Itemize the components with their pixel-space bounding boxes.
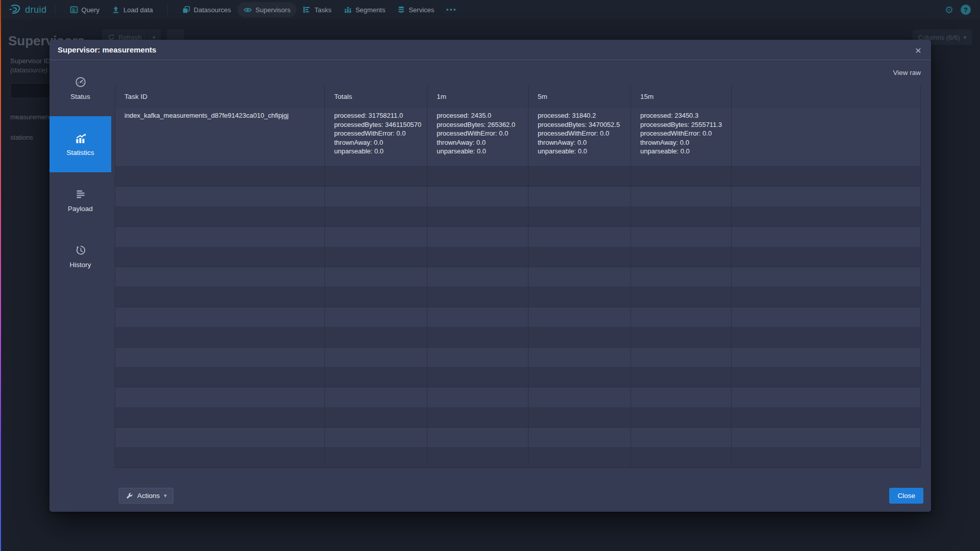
tab-label: Status — [70, 93, 90, 100]
table-row-empty — [115, 448, 921, 467]
supervisor-dialog: Supervisor: measurements × Status Statis… — [49, 40, 931, 512]
column-header: Task ID — [115, 85, 325, 108]
table-row-empty — [115, 247, 921, 267]
caret-down-icon: ▾ — [164, 492, 167, 499]
table-row-empty — [115, 287, 921, 307]
table-row-empty — [115, 207, 921, 227]
stats-15m-cell: processed: 23450.3 processedBytes: 25557… — [631, 108, 732, 166]
table-row-empty — [115, 387, 921, 407]
actions-button[interactable]: Actions ▾ — [119, 488, 173, 504]
tab-status[interactable]: Status — [49, 60, 111, 116]
column-header: Totals — [325, 85, 428, 108]
dialog-header: Supervisor: measurements × — [49, 40, 931, 60]
table-row-empty — [115, 348, 921, 368]
close-button[interactable]: Close — [889, 488, 923, 504]
table-row: index_kafka_measurements_d87fe91423ca010… — [115, 108, 921, 167]
dialog-footer: Actions ▾ Close — [111, 488, 931, 512]
table-row-empty — [115, 167, 921, 187]
actions-label: Actions — [137, 492, 160, 500]
wrench-icon — [125, 492, 133, 500]
table-row-empty — [115, 428, 921, 448]
history-clock-icon — [75, 245, 86, 256]
column-header: 15m — [631, 85, 732, 108]
tab-statistics[interactable]: Statistics — [49, 116, 111, 172]
stats-5m-cell: processed: 31840.2 processedBytes: 34700… — [529, 108, 631, 166]
tab-history[interactable]: History — [49, 228, 111, 284]
dialog-title: Supervisor: measurements — [58, 45, 156, 54]
window-edge-accent — [0, 0, 1, 551]
table-row-empty — [115, 307, 921, 327]
empty-cell — [732, 108, 921, 166]
table-row-empty — [115, 227, 921, 247]
column-header — [732, 85, 921, 108]
column-header: 1m — [428, 85, 529, 108]
table-empty-rows — [115, 167, 921, 468]
table-row-empty — [115, 187, 921, 206]
align-left-icon — [75, 189, 86, 200]
totals-cell: processed: 31758211.0 processedBytes: 34… — [325, 108, 428, 166]
table-row-empty — [115, 408, 921, 428]
dialog-tab-list: Status Statistics Payload — [49, 60, 111, 512]
table-header-row: Task ID Totals 1m 5m 15m — [115, 85, 921, 108]
table-row-empty — [115, 368, 921, 387]
chart-stats-icon — [75, 133, 86, 144]
close-icon[interactable]: × — [911, 42, 926, 58]
tab-label: History — [69, 261, 91, 269]
table-row-empty — [115, 267, 921, 287]
task-id-cell: index_kafka_measurements_d87fe91423ca010… — [115, 108, 325, 166]
stats-1m-cell: processed: 2435.0 processedBytes: 265362… — [428, 108, 529, 166]
dashboard-gauge-icon — [75, 76, 86, 88]
column-header: 5m — [529, 85, 631, 108]
tab-label: Statistics — [66, 149, 94, 156]
statistics-table: Task ID Totals 1m 5m 15m index_kafka_mea… — [115, 85, 921, 468]
tab-payload[interactable]: Payload — [49, 172, 111, 228]
app-screen: druid Query Load data Datasources — [0, 0, 980, 551]
view-raw-link[interactable]: View raw — [893, 69, 921, 76]
tab-label: Payload — [68, 205, 93, 213]
table-row-empty — [115, 327, 921, 347]
